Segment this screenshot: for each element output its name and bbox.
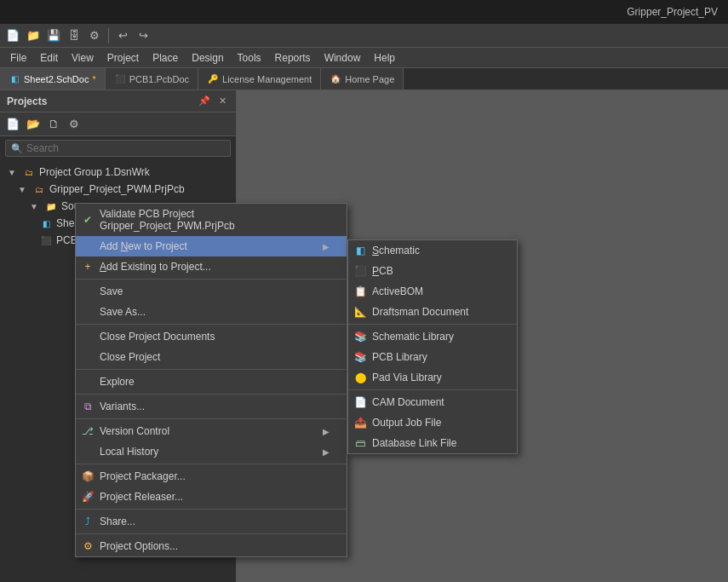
menu-help[interactable]: Help (367, 50, 402, 66)
sub-pad-icon: ⬤ (353, 371, 367, 384)
ctx-close-docs[interactable]: Close Project Documents (76, 326, 347, 347)
search-input[interactable] (26, 142, 197, 154)
tree-group-label: Project Group 1.DsnWrk (39, 166, 150, 178)
ctx-save[interactable]: Save (76, 281, 347, 302)
ctx-close-proj[interactable]: Close Project (76, 347, 347, 367)
sub-output[interactable]: 📤 Output Job File (348, 412, 517, 433)
tree-item-group[interactable]: ▼ 🗂 Project Group 1.DsnWrk (0, 164, 236, 181)
sidebar-pin-btn[interactable]: 📌 (196, 95, 213, 107)
ctx-packager[interactable]: 📦 Project Packager... (76, 466, 347, 487)
ctx-sep5 (76, 418, 347, 419)
sub-schlib-icon: 📚 (353, 330, 367, 343)
tab-home-label: Home Page (345, 74, 394, 84)
new-file-icon[interactable]: 📄 (3, 26, 22, 45)
save-icon[interactable]: 💾 (44, 26, 63, 45)
open-icon[interactable]: 📁 (24, 26, 43, 45)
sub-out-icon: 📤 (353, 416, 367, 429)
submenu-add-new: ◧ Schematic ⬛ PCB 📋 ActiveBOM 📐 Draftsma… (347, 239, 518, 454)
ctx-close-docs-label: Close Project Documents (100, 331, 215, 343)
tab-modified: * (92, 74, 95, 84)
tab-home[interactable]: 🏠 Home Page (321, 68, 404, 89)
sidebar-title: Projects (7, 95, 47, 107)
tree-pcb-icon: ⬛ (39, 233, 53, 247)
ctx-variants[interactable]: ⧉ Variants... (76, 396, 347, 417)
ctx-sep6 (76, 464, 347, 464)
ctx-version-control[interactable]: ⎇ Version Control ▶ (76, 421, 347, 441)
sidebar-toolbar: 📄 📂 🗋 ⚙ (0, 112, 236, 136)
redo-icon[interactable]: ↪ (134, 26, 152, 45)
ctx-save-as[interactable]: Save As... (76, 302, 347, 322)
sub-pcb-label: PCB (372, 265, 393, 277)
ctx-options-icon: ⚙ (81, 539, 95, 553)
ctx-share-label: Share... (100, 516, 135, 527)
ctx-options[interactable]: ⚙ Project Options... (76, 536, 347, 556)
ctx-share[interactable]: ⤴ Share... (76, 511, 347, 532)
ctx-sep4 (76, 394, 347, 395)
sub-pad-via[interactable]: ⬤ Pad Via Library (348, 367, 517, 388)
ctx-explore[interactable]: Explore (76, 372, 347, 392)
sub-bom[interactable]: 📋 ActiveBOM (348, 281, 517, 302)
sub-schematic[interactable]: ◧ Schematic (348, 240, 517, 261)
sub-sch-lib[interactable]: 📚 Schematic Library (348, 326, 517, 347)
menu-bar: File Edit View Project Place Design Tool… (0, 48, 728, 68)
tab-pcb-icon: ⬛ (114, 73, 126, 85)
sub-pcb[interactable]: ⬛ PCB (348, 261, 517, 281)
sidebar-header: Projects 📌 ✕ (0, 90, 236, 112)
ctx-releaser-icon: 🚀 (81, 490, 95, 504)
ctx-save-as-label: Save As... (100, 306, 146, 318)
ctx-validate[interactable]: ✔ Validate PCB Project Gripper_Project_P… (76, 204, 347, 236)
main-layout: Projects 📌 ✕ 📄 📂 🗋 ⚙ 🔍 ▼ 🗂 Project Group… (0, 90, 728, 582)
tab-pcb1-label: PCB1.PcbDoc (129, 74, 189, 84)
menu-window[interactable]: Window (318, 50, 368, 66)
ctx-sep8 (76, 533, 347, 534)
tab-bar: ◧ Sheet2.SchDoc * ⬛ PCB1.PcbDoc 🔑 Licens… (0, 68, 728, 90)
ctx-lh-arrow: ▶ (323, 447, 330, 457)
tab-license[interactable]: 🔑 License Management (198, 68, 321, 89)
tab-pcb1[interactable]: ⬛ PCB1.PcbDoc (106, 68, 198, 89)
sidebar-new-icon[interactable]: 📄 (3, 115, 22, 134)
ctx-close-proj-label: Close Project (100, 351, 160, 363)
menu-reports[interactable]: Reports (268, 50, 318, 66)
ctx-add-existing[interactable]: + Add Existing to Project... (76, 256, 347, 277)
sub-cam[interactable]: 📄 CAM Document (348, 392, 517, 412)
menu-view[interactable]: View (65, 50, 100, 66)
tab-sch-icon: ◧ (9, 73, 20, 85)
ctx-sep2 (76, 324, 347, 325)
menu-place[interactable]: Place (146, 50, 185, 66)
undo-icon[interactable]: ↩ (113, 26, 132, 45)
sidebar-settings-icon[interactable]: ⚙ (65, 115, 83, 134)
menu-file[interactable]: File (3, 50, 33, 66)
ctx-validate-icon: ✔ (81, 213, 95, 227)
ctx-add-new[interactable]: Add New to Project ▶ (76, 236, 347, 256)
menu-tools[interactable]: Tools (231, 50, 268, 66)
menu-project[interactable]: Project (100, 50, 146, 66)
ctx-releaser[interactable]: 🚀 Project Releaser... (76, 487, 347, 507)
sidebar-open-icon[interactable]: 📂 (24, 115, 43, 134)
search-icon: 🔍 (11, 143, 23, 154)
ctx-options-label: Project Options... (100, 540, 178, 552)
ctx-vc-label: Version Control (100, 425, 169, 437)
tab-license-icon: 🔑 (207, 73, 219, 85)
ctx-local-history[interactable]: Local History ▶ (76, 441, 347, 462)
sub-draftsman[interactable]: 📐 Draftsman Document (348, 302, 517, 322)
ctx-save-label: Save (100, 285, 123, 297)
context-menu: ✔ Validate PCB Project Gripper_Project_P… (75, 203, 347, 557)
sidebar-close-btn[interactable]: ✕ (216, 95, 229, 107)
sub-pcb-lib[interactable]: 📚 PCB Library (348, 347, 517, 367)
toolbar-sep (108, 28, 109, 43)
sub-db-link[interactable]: 🗃 Database Link File (348, 433, 517, 453)
sub-cam-label: CAM Document (372, 396, 444, 408)
sidebar-close-icon[interactable]: 🗋 (44, 115, 63, 134)
menu-edit[interactable]: Edit (33, 50, 65, 66)
save-all-icon[interactable]: 🗄 (65, 26, 83, 45)
ctx-sep3 (76, 369, 347, 370)
sub-sch-label: Schematic (372, 245, 420, 256)
tab-sheet2[interactable]: ◧ Sheet2.SchDoc * (0, 68, 106, 89)
tree-group-icon: 🗂 (22, 165, 36, 179)
tree-item-project[interactable]: ▼ 🗂 Gripper_Project_PWM.PrjPcb (0, 181, 236, 198)
tree-proj-icon: 🗂 (32, 182, 46, 196)
settings-icon[interactable]: ⚙ (85, 26, 104, 45)
menu-design[interactable]: Design (185, 50, 230, 66)
sidebar-projects: Projects 📌 ✕ 📄 📂 🗋 ⚙ 🔍 ▼ 🗂 Project Group… (0, 90, 237, 582)
sidebar-controls: 📌 ✕ (196, 95, 229, 107)
